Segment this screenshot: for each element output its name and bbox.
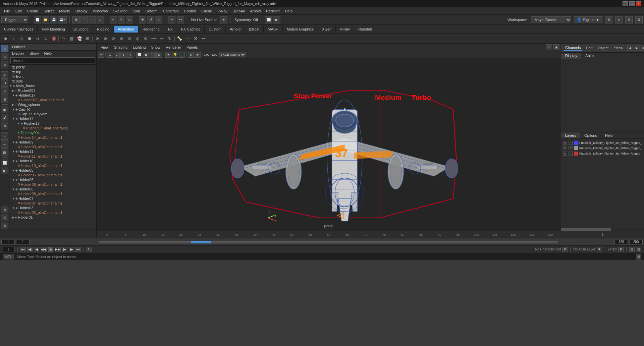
relationship-editor-btn[interactable]: ⊠ bbox=[1, 222, 8, 229]
options-tab[interactable]: Options bbox=[580, 132, 601, 138]
frame-current-input[interactable] bbox=[1, 240, 15, 244]
pole-btn[interactable]: ⊝ bbox=[142, 35, 150, 43]
scale-tool[interactable]: ⤢ bbox=[155, 16, 162, 23]
dope-sheet-btn[interactable]: ▦ bbox=[67, 35, 75, 43]
vp-shading3[interactable]: ⬛ bbox=[150, 52, 156, 58]
tree-item-holder01[interactable]: ▶ ◈ Holder01 bbox=[9, 215, 96, 220]
channels-settings-btn[interactable]: ⊞ bbox=[641, 45, 644, 51]
vp-mode3[interactable]: 3 bbox=[120, 52, 126, 58]
paint-select[interactable]: ✎ bbox=[118, 16, 125, 23]
tab-fx[interactable]: FX bbox=[164, 26, 177, 33]
menu-skeleton[interactable]: Skeleton bbox=[110, 8, 130, 14]
history-button[interactable]: ↩ bbox=[168, 16, 175, 23]
clear-ik-btn[interactable]: ✖ bbox=[192, 35, 200, 43]
key-react-btn[interactable]: ◇ bbox=[17, 35, 25, 43]
move-tool[interactable]: ✛ bbox=[139, 16, 146, 23]
redo-button[interactable]: ↪ bbox=[177, 16, 184, 23]
current-frame-input[interactable] bbox=[3, 247, 15, 252]
menu-3dtoall[interactable]: 3DtoAll bbox=[230, 8, 247, 14]
out-frame-input[interactable] bbox=[629, 240, 643, 244]
tree-item-holder05[interactable]: ▼ ◈ Holder05 bbox=[9, 168, 96, 173]
next-frame-btn[interactable]: ▶ bbox=[62, 247, 67, 252]
tab-rendering[interactable]: Rendering bbox=[139, 26, 164, 33]
menu-modify[interactable]: Modify bbox=[56, 8, 72, 14]
tree-item-holder06[interactable]: ▼ ◈ Holder06 bbox=[9, 177, 96, 182]
pb-settings1[interactable]: ⊞ bbox=[629, 247, 635, 252]
tree-item-pusher17-aim[interactable]: ⚙ Pusher17_aimConstraint1 bbox=[9, 126, 96, 130]
tree-item-holder08[interactable]: ▼ ◈ Holder08 bbox=[9, 187, 96, 191]
channels-scrollbar[interactable] bbox=[561, 228, 644, 231]
layer-vp-2[interactable]: V bbox=[563, 146, 567, 150]
tree-item-front[interactable]: 📷 front bbox=[9, 74, 96, 79]
layout-btn2[interactable]: ≡ bbox=[615, 16, 623, 23]
joints-btn[interactable]: ⊕ bbox=[1, 206, 8, 213]
outliner-horizontal-scrollbar[interactable] bbox=[9, 228, 96, 231]
menu-control[interactable]: Control bbox=[181, 8, 199, 14]
menu-vray[interactable]: V-Ray bbox=[215, 8, 230, 14]
show-manip-btn[interactable]: ⊗ bbox=[1, 122, 8, 129]
menu-cache[interactable]: Cache bbox=[199, 8, 215, 14]
tree-item-holder017-aim[interactable]: ⚙ Holder017_aimConstraint1 bbox=[9, 98, 96, 102]
ghosts-btn[interactable]: 👻 bbox=[75, 35, 84, 43]
anim-tab[interactable]: Anim bbox=[581, 53, 598, 59]
select-mode[interactable]: ↖ bbox=[110, 16, 117, 23]
range-track[interactable] bbox=[99, 241, 558, 243]
vp-menu-renderer[interactable]: Renderer bbox=[163, 45, 184, 50]
layout-btn4[interactable]: ⊠ bbox=[635, 16, 643, 23]
vp-expand-btn[interactable]: ⤡ bbox=[546, 44, 552, 50]
tree-item-holder03-aim[interactable]: ⚙ Holder03_aimConstraint1 bbox=[9, 210, 96, 215]
tree-item-holder08-aim[interactable]: ⚙ Holder08_aimConstraint1 bbox=[9, 191, 96, 196]
workspace-dropdown[interactable]: Maya Classic bbox=[531, 16, 571, 23]
vp-menu-shading[interactable]: Shading bbox=[111, 45, 130, 50]
tab-xgen[interactable]: XGen bbox=[318, 26, 336, 33]
menu-constrain[interactable]: Constrain bbox=[160, 8, 181, 14]
tree-item-rocket009[interactable]: ▶ ◻ Rocket009 bbox=[9, 88, 96, 93]
move-tool-btn[interactable]: ✛ bbox=[1, 71, 8, 79]
tree-item-holder03[interactable]: ▼ ◈ Holder03 bbox=[9, 206, 96, 210]
colorspace-dropdown[interactable]: sRGB gamma bbox=[219, 52, 246, 57]
input-output-btn[interactable]: ⊞ bbox=[1, 214, 8, 221]
vp-show2[interactable]: ⊗ bbox=[195, 52, 201, 58]
save-button[interactable]: 💾 bbox=[50, 16, 57, 23]
menu-arnold[interactable]: Arnold bbox=[247, 8, 263, 14]
snap-point[interactable]: · bbox=[89, 16, 96, 23]
scale-tool-btn[interactable]: ⤢ bbox=[1, 88, 8, 95]
snap-edge-btn[interactable]: ─ bbox=[1, 140, 8, 148]
curve-editor-btn[interactable]: 〜 bbox=[59, 35, 67, 43]
snap-vertex-btn[interactable]: · bbox=[1, 132, 8, 140]
select-tool[interactable]: ↖ bbox=[1, 45, 8, 52]
tree-item-wing-spinner[interactable]: ▶ ◻ Wing_spinner bbox=[9, 102, 96, 107]
constraint-btn[interactable]: ⊗ bbox=[93, 35, 101, 43]
tree-item-cap-r-boyyom[interactable]: ◻ Cap_R_Boyyom bbox=[9, 112, 96, 116]
menu-edit[interactable]: Edit bbox=[13, 8, 24, 14]
tree-item-holder07-aim[interactable]: ⚙ Holder07_aimConstraint1 bbox=[9, 201, 96, 206]
stop-btn[interactable]: ■ bbox=[48, 247, 53, 252]
skip-to-start-btn[interactable]: ⏮ bbox=[20, 247, 26, 252]
lasso-tool[interactable]: ⊂ bbox=[1, 61, 8, 68]
menu-create[interactable]: Create bbox=[24, 8, 41, 14]
channels-tab[interactable]: Channels bbox=[564, 45, 582, 51]
menu-select[interactable]: Select bbox=[41, 8, 57, 14]
tab-arnold[interactable]: Arnold bbox=[226, 26, 245, 33]
tree-item-holder14-aim[interactable]: ⚙ Holder14_aimConstraint1 bbox=[9, 135, 96, 140]
help-tab[interactable]: Help bbox=[601, 132, 617, 138]
vp-shading1[interactable]: ⬜ bbox=[136, 52, 142, 58]
status-right-btn[interactable]: ⊞ bbox=[636, 254, 641, 260]
aim-btn[interactable]: ◎ bbox=[133, 35, 142, 43]
snap-face-btn[interactable]: ▦ bbox=[1, 149, 8, 156]
tab-fx-caching[interactable]: FX Caching bbox=[177, 26, 205, 33]
layout-btn3[interactable]: ⊟ bbox=[625, 16, 633, 23]
parent-btn[interactable]: ⊕ bbox=[101, 35, 109, 43]
menu-deform[interactable]: Deform bbox=[143, 8, 160, 14]
vp-shading4[interactable]: ⊞ bbox=[156, 52, 162, 58]
fps-dropdown[interactable]: ▼ bbox=[618, 247, 624, 252]
tab-sculpting[interactable]: Sculpting bbox=[69, 26, 93, 33]
sculpt-btn[interactable]: 🖌 bbox=[1, 114, 8, 121]
tab-bifrost[interactable]: Bifrost bbox=[245, 26, 264, 33]
vp-shading2[interactable]: ▣ bbox=[143, 52, 149, 58]
new-button[interactable]: 📄 bbox=[34, 16, 41, 23]
point-btn[interactable]: ⊙ bbox=[109, 35, 117, 43]
show-tab[interactable]: Show bbox=[612, 45, 625, 51]
outliner-search-input[interactable] bbox=[10, 57, 95, 63]
tree-item-top[interactable]: 📷 top bbox=[9, 69, 96, 74]
